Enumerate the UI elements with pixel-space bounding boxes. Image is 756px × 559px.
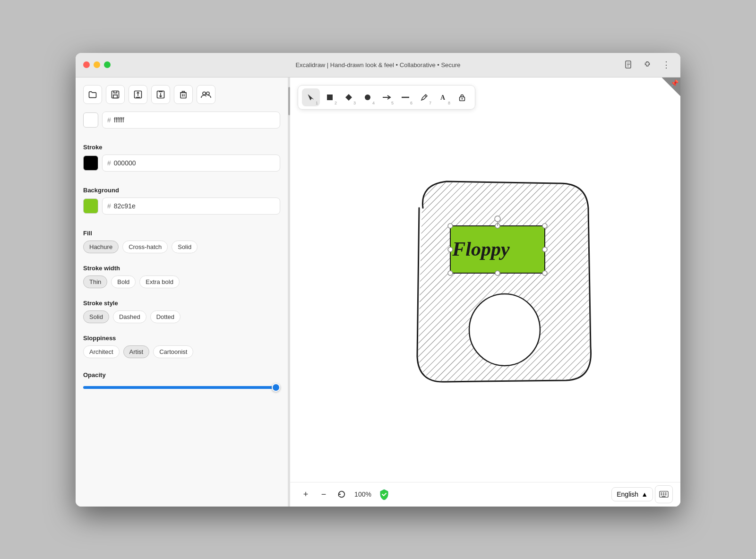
- shield-button[interactable]: [376, 486, 392, 502]
- minimize-button[interactable]: [94, 61, 100, 68]
- line-tool-number: 6: [410, 101, 412, 105]
- fill-solid-btn[interactable]: Solid: [172, 241, 198, 253]
- arrow-tool[interactable]: 5: [378, 88, 395, 106]
- stroke-dashed-btn[interactable]: Dashed: [113, 310, 146, 323]
- window-title: Excalidraw | Hand-drawn look & feel • Co…: [295, 61, 460, 69]
- trash-button[interactable]: [174, 85, 193, 104]
- svg-rect-38: [661, 492, 662, 493]
- sloppiness-artist-btn[interactable]: Artist: [123, 345, 150, 358]
- bg-color-swatch[interactable]: [83, 198, 98, 214]
- line-tool[interactable]: 6: [396, 88, 414, 106]
- svg-point-32: [495, 271, 500, 275]
- canvas-toolbar: 1 2 3 4: [298, 85, 475, 110]
- svg-rect-41: [661, 494, 662, 495]
- stroke-style-options: Solid Dashed Dotted: [83, 310, 280, 323]
- svg-rect-11: [180, 92, 186, 98]
- zoom-out-button[interactable]: −: [316, 486, 332, 502]
- svg-text:A: A: [440, 94, 446, 101]
- titlebar: Excalidraw | Hand-drawn look & feel • Co…: [76, 53, 680, 77]
- background-label: Background: [83, 187, 280, 194]
- fill-hachure-btn[interactable]: Hachure: [83, 241, 119, 253]
- lock-tool[interactable]: [453, 88, 471, 106]
- stroke-hash-symbol: #: [107, 159, 111, 167]
- canvas-area[interactable]: 📌 1 2: [290, 77, 680, 507]
- pin-icon: 📌: [670, 79, 679, 87]
- import-button[interactable]: [151, 85, 170, 104]
- stroke-color-input-wrap[interactable]: #: [102, 155, 280, 172]
- close-button[interactable]: [83, 61, 90, 68]
- titlebar-actions: ⋮: [622, 58, 673, 71]
- stroke-color-input[interactable]: [114, 159, 275, 167]
- puzzle-icon[interactable]: [641, 58, 654, 71]
- stroke-extrabold-btn[interactable]: Extra bold: [139, 275, 180, 288]
- rectangle-tool-number: 2: [335, 101, 337, 105]
- export-button[interactable]: [129, 85, 147, 104]
- select-tool[interactable]: 1: [302, 88, 320, 106]
- stroke-color-row: #: [83, 155, 280, 172]
- opacity-section: Opacity: [83, 366, 280, 391]
- maximize-button[interactable]: [104, 61, 111, 68]
- ellipse-tool[interactable]: 4: [359, 88, 377, 106]
- menu-icon[interactable]: ⋮: [660, 58, 673, 71]
- background-color-input[interactable]: [114, 116, 275, 124]
- sloppiness-cartoonist-btn[interactable]: Cartoonist: [153, 345, 193, 358]
- svg-point-24: [469, 294, 540, 366]
- zoom-percent[interactable]: 100%: [352, 490, 374, 498]
- svg-rect-42: [663, 494, 664, 495]
- rectangle-tool[interactable]: 2: [321, 88, 339, 106]
- sloppiness-options: Architect Artist Cartoonist: [83, 345, 280, 358]
- bg-color-row: #: [83, 198, 280, 215]
- stroke-width-options: Thin Bold Extra bold: [83, 275, 280, 288]
- zoom-reset-button[interactable]: [334, 486, 350, 502]
- open-button[interactable]: [83, 85, 102, 104]
- stroke-solid-btn[interactable]: Solid: [83, 310, 109, 323]
- svg-point-15: [206, 92, 209, 95]
- svg-point-14: [203, 92, 206, 95]
- select-tool-number: 1: [316, 101, 318, 105]
- zoom-in-button[interactable]: +: [298, 486, 314, 502]
- pencil-tool[interactable]: 7: [415, 88, 433, 106]
- opacity-label: Opacity: [83, 371, 280, 378]
- stroke-bold-btn[interactable]: Bold: [111, 275, 136, 288]
- bottom-bar: + − 100% English: [290, 482, 680, 507]
- svg-point-29: [542, 224, 547, 228]
- sidebar-toolbar: [83, 85, 280, 104]
- svg-rect-43: [665, 494, 667, 495]
- text-tool-number: 8: [448, 101, 450, 105]
- svg-point-31: [542, 271, 547, 275]
- language-dropdown[interactable]: English ▲: [611, 487, 653, 501]
- bg-color-input-wrap[interactable]: #: [102, 198, 280, 215]
- svg-rect-44: [662, 496, 665, 497]
- svg-point-17: [365, 95, 370, 100]
- keyboard-button[interactable]: [655, 485, 673, 503]
- stroke-color-swatch[interactable]: [83, 155, 98, 171]
- svg-point-30: [448, 271, 453, 275]
- stroke-thin-btn[interactable]: Thin: [83, 275, 107, 288]
- stroke-label: Stroke: [83, 144, 280, 151]
- document-icon[interactable]: [622, 58, 635, 71]
- svg-text:Floppy: Floppy: [452, 238, 510, 260]
- svg-rect-40: [665, 492, 667, 493]
- floppy-drawing[interactable]: Floppy: [398, 169, 611, 405]
- language-chevron-icon: ▲: [641, 490, 648, 498]
- text-tool[interactable]: A 8: [434, 88, 452, 106]
- bg-color-input[interactable]: [114, 202, 275, 210]
- language-label: English: [617, 490, 638, 498]
- opacity-slider[interactable]: [83, 386, 280, 389]
- pencil-tool-number: 7: [429, 101, 431, 105]
- svg-rect-39: [663, 492, 664, 493]
- sloppiness-architect-btn[interactable]: Architect: [83, 345, 120, 358]
- main-content: # Stroke # Background #: [76, 77, 680, 507]
- diamond-tool[interactable]: 3: [340, 88, 358, 106]
- fill-crosshatch-btn[interactable]: Cross-hatch: [122, 241, 168, 253]
- stroke-dotted-btn[interactable]: Dotted: [150, 310, 180, 323]
- background-color-input-wrap[interactable]: #: [102, 112, 280, 129]
- stroke-style-label: Stroke style: [83, 300, 280, 307]
- fill-label: Fill: [83, 230, 280, 237]
- stroke-width-label: Stroke width: [83, 265, 280, 272]
- save-button[interactable]: [106, 85, 125, 104]
- corner-badge: 📌: [662, 77, 680, 96]
- fill-options: Hachure Cross-hatch Solid: [83, 241, 280, 253]
- collab-button[interactable]: [197, 85, 215, 104]
- background-color-swatch[interactable]: [83, 112, 98, 128]
